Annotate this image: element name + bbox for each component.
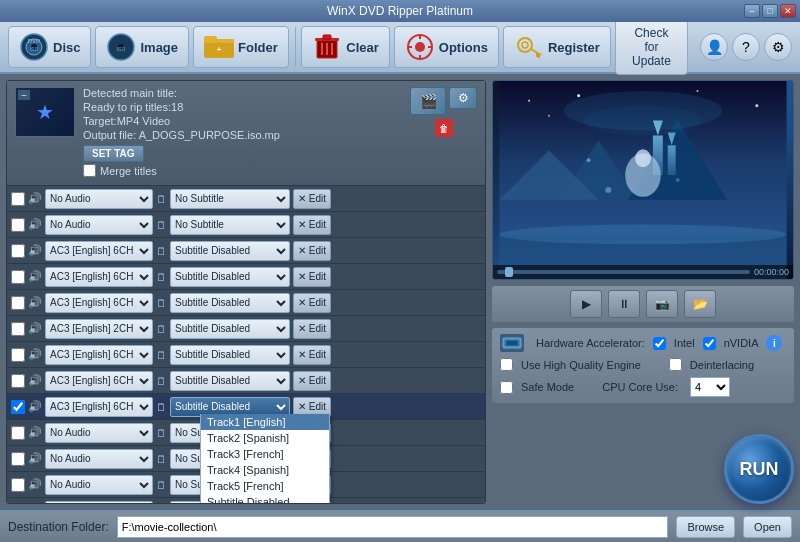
audio-select[interactable]: AC3 [English] 6CH [45,241,153,261]
seekbar-track[interactable] [497,270,750,274]
audio-select[interactable]: AC3 [English] 6CH [45,371,153,391]
audio-select[interactable]: No Audio [45,423,153,443]
snapshot-button[interactable]: 📷 [646,290,678,318]
svg-point-48 [605,187,611,193]
audio-select[interactable]: AC3 [English] 6CH [45,293,153,313]
merge-checkbox[interactable] [83,164,96,177]
audio-icon: 🔊 [28,374,42,387]
edit-button[interactable]: ✕ Edit [293,345,331,365]
edit-button[interactable]: ✕ Edit [293,371,331,391]
dropdown-item-track1[interactable]: Track1 [English] [201,414,329,430]
track-checkbox[interactable] [11,192,25,206]
film-delete-btn[interactable]: 🗑 [435,119,453,137]
help-btn[interactable]: ? [732,33,760,61]
folder-button[interactable]: + Folder [193,26,289,68]
edit-button[interactable]: ✕ Edit [293,215,331,235]
track-checkbox[interactable] [11,348,25,362]
edit-button[interactable]: ✕ Edit [293,319,331,339]
film-play-btn[interactable]: 🎬 [410,87,446,115]
edit-button[interactable]: ✕ Edit [293,293,331,313]
open-button[interactable]: Open [743,516,792,538]
deinterlace-checkbox[interactable] [669,358,682,371]
dest-input[interactable] [117,516,669,538]
audio-select-active[interactable]: AC3 [English] 6CH [45,397,153,417]
svg-rect-34 [668,145,676,175]
dropdown-item-track2[interactable]: Track2 [Spanish] [201,430,329,446]
track-checkbox[interactable] [11,374,25,388]
subtitle-icon: 🗒 [156,297,167,309]
safe-checkbox[interactable] [500,381,513,394]
dropdown-item-track3[interactable]: Track3 [French] [201,446,329,462]
nvidia-checkbox[interactable] [703,337,716,350]
subtitle-select[interactable]: Subtitle Disabled [170,293,290,313]
audio-select[interactable]: AC3 [English] 6CH [45,267,153,287]
user-profile-btn[interactable]: 👤 [700,33,728,61]
info-header: – ★ Detected main title: Ready to rip ti… [7,81,485,186]
track-checkbox[interactable] [11,322,25,336]
clear-button[interactable]: Clear [301,26,390,68]
cpu-select[interactable]: 4123 [690,377,730,397]
video-frame [493,81,793,279]
maximize-btn[interactable]: □ [762,4,778,18]
track-checkbox[interactable] [11,218,25,232]
folder-open-button[interactable]: 📂 [684,290,716,318]
subtitle-select[interactable]: Subtitle Disabled [170,241,290,261]
pause-button[interactable]: ⏸ [608,290,640,318]
edit-button[interactable]: ✕ Edit [293,189,331,209]
disc-button[interactable]: DVD ISO Disc [8,26,91,68]
svg-point-41 [548,115,550,117]
track-checkbox-active[interactable] [11,400,25,414]
thumb-minus-btn[interactable]: – [18,90,30,100]
film-settings-btn[interactable]: ⚙ [449,87,477,109]
track-checkbox[interactable] [11,296,25,310]
svg-text:DVD: DVD [28,38,41,44]
svg-point-50 [587,158,591,162]
set-tag-button[interactable]: SET TAG [83,145,144,162]
subtitle-icon: 🗒 [156,479,167,491]
subtitle-select[interactable]: Subtitle Disabled [170,371,290,391]
audio-select[interactable]: No Audio [45,449,153,469]
edit-button[interactable]: ✕ Edit [293,267,331,287]
track-checkbox[interactable] [11,270,25,284]
track-checkbox[interactable] [11,452,25,466]
subtitle-select[interactable]: No Subtitle [170,189,290,209]
track-row: 🔊 AC3 [English] 6CH 🗒 Subtitle Disabled … [7,342,485,368]
window-controls[interactable]: – □ ✕ [744,4,796,18]
dropdown-item-track4[interactable]: Track4 [Spanish] [201,462,329,478]
options-button[interactable]: Options [394,26,499,68]
dropdown-item-disabled[interactable]: Subtitle Disabled [201,494,329,503]
subtitle-select[interactable]: No Subtitle [170,215,290,235]
subtitle-select[interactable]: Subtitle Disabled [170,267,290,287]
close-btn[interactable]: ✕ [780,4,796,18]
audio-select[interactable]: No Audio [45,215,153,235]
check-update-button[interactable]: Check for Update [615,19,688,75]
dropdown-item-track5[interactable]: Track5 [French] [201,478,329,494]
track-checkbox[interactable] [11,426,25,440]
track-checkbox[interactable] [11,478,25,492]
image-button[interactable]: ISO Image [95,26,189,68]
audio-select[interactable]: AC3 [English] 6CH [45,345,153,365]
intel-checkbox[interactable] [653,337,666,350]
edit-button[interactable]: ✕ Edit [293,241,331,261]
seekbar-thumb[interactable] [505,267,513,277]
tracks-container: 🔊 No Audio 🗒 No Subtitle ✕ Edit 🔊 No Aud… [7,186,485,503]
play-button[interactable]: ▶ [570,290,602,318]
register-button[interactable]: Register [503,26,611,68]
image-label: Image [140,40,178,55]
audio-select[interactable]: No Audio [45,189,153,209]
run-button[interactable]: RUN [724,434,794,504]
right-panel: 00:00:00 ▶ ⏸ 📷 📂 Hardware Accelerator: [492,80,794,504]
info-icon[interactable]: i [766,335,782,351]
subtitle-select[interactable]: Subtitle Disabled [170,319,290,339]
browse-button[interactable]: Browse [676,516,735,538]
subtitle-select[interactable]: Subtitle Disabled [170,345,290,365]
audio-select[interactable]: No Audio [45,475,153,495]
settings-btn[interactable]: ⚙ [764,33,792,61]
subtitle-icon: 🗒 [156,375,167,387]
minimize-btn[interactable]: – [744,4,760,18]
track-checkbox[interactable] [11,244,25,258]
hq-checkbox[interactable] [500,358,513,371]
audio-select[interactable]: No Audio [45,501,153,504]
ready-label: Ready to rip titles:18 [83,101,402,113]
audio-select[interactable]: AC3 [English] 2CH [45,319,153,339]
